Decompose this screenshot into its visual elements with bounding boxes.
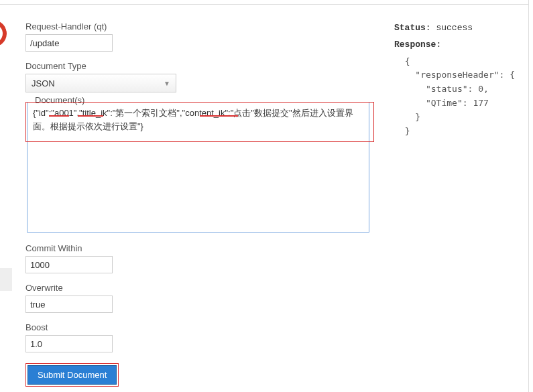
request-handler-input[interactable] (25, 34, 113, 52)
response-label-line: Response: (394, 38, 520, 52)
submit-highlight-box: Submit Document (25, 363, 119, 387)
underline-title (78, 115, 103, 117)
commit-within-input[interactable] (25, 256, 113, 273)
boost-group: Boost (25, 322, 374, 352)
document-type-value: JSON (32, 78, 55, 88)
request-handler-label: Request-Handler (qt) (25, 21, 374, 31)
documents-textarea[interactable] (27, 102, 369, 233)
document-type-select[interactable]: JSON ▼ (25, 74, 176, 92)
document-type-label: Document Type (25, 61, 374, 71)
response-panel: Status: success Response: { "responseHea… (394, 21, 520, 387)
form-panel: Request-Handler (qt) Document Type JSON … (25, 21, 374, 387)
main-container: Request-Handler (qt) Document Type JSON … (0, 0, 533, 392)
right-border (528, 0, 533, 392)
documents-fieldset: Document(s) (25, 102, 374, 233)
overwrite-group: Overwrite (25, 283, 374, 313)
chevron-down-icon: ▼ (164, 80, 170, 87)
response-label: Response (394, 40, 436, 50)
commit-within-label: Commit Within (25, 243, 374, 253)
boost-label: Boost (25, 322, 374, 332)
response-json: { "responseHeader": { "status": 0, "QTim… (394, 55, 520, 139)
document-type-group: Document Type JSON ▼ (25, 61, 374, 92)
overwrite-label: Overwrite (25, 283, 374, 293)
submit-document-button[interactable]: Submit Document (27, 365, 117, 385)
status-line: Status: success (394, 21, 520, 36)
sidebar-fragment (0, 268, 12, 291)
commit-within-group: Commit Within (25, 243, 374, 273)
boost-input[interactable] (25, 335, 113, 352)
overwrite-input[interactable] (25, 296, 113, 313)
status-value: success (436, 23, 473, 33)
request-handler-group: Request-Handler (qt) (25, 21, 374, 52)
underline-id (49, 115, 69, 117)
underline-content (200, 115, 238, 117)
status-label: Status (394, 23, 426, 33)
logo-fragment (0, 20, 11, 50)
top-border (0, 0, 528, 5)
documents-label: Document(s) (32, 95, 87, 105)
